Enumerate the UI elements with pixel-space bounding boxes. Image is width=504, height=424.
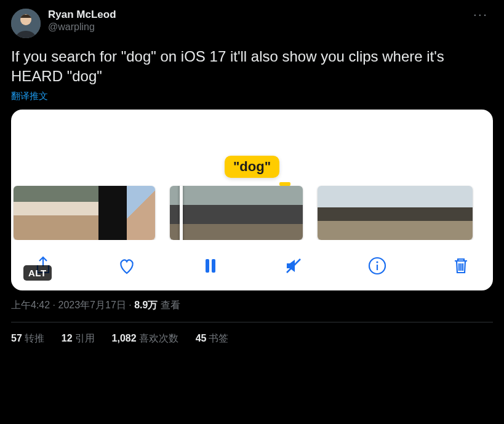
caption-badge-wrap: "dog" [11, 156, 493, 178]
stat-quotes[interactable]: 12引用 [62, 332, 95, 345]
tweet-meta[interactable]: 上午4:42 · 2023年7月17日 · 8.9万 查看 [11, 299, 493, 322]
views-label: 查看 [161, 300, 180, 310]
alt-badge[interactable]: ALT [23, 265, 52, 281]
info-icon[interactable] [366, 255, 388, 277]
tweet-header: Ryan McLeod @warpling ··· [11, 9, 493, 38]
svg-rect-2 [206, 259, 209, 273]
stat-bookmarks[interactable]: 45书签 [196, 332, 229, 345]
translate-link[interactable]: 翻译推文 [11, 90, 48, 102]
clip-thumbnail[interactable] [170, 186, 303, 240]
display-name: Ryan McLeod [48, 9, 461, 21]
clip-thumbnail[interactable] [14, 186, 155, 240]
mute-icon[interactable] [282, 255, 305, 277]
svg-rect-3 [212, 259, 215, 273]
heart-icon[interactable] [116, 255, 138, 277]
caption-badge: "dog" [225, 156, 279, 178]
more-icon[interactable]: ··· [468, 9, 493, 21]
svg-point-6 [377, 261, 378, 263]
user-block[interactable]: Ryan McLeod @warpling [48, 9, 461, 33]
media-toolbar [11, 240, 493, 290]
stat-likes[interactable]: 1,082喜欢次数 [112, 332, 178, 345]
tweet-text: If you search for "dog" on iOS 17 it'll … [11, 47, 493, 87]
pause-icon[interactable] [199, 255, 222, 277]
tweet-time: 上午4:42 [11, 300, 50, 310]
timeline-marker [279, 182, 290, 186]
clip-thumbnail[interactable] [318, 186, 473, 240]
avatar[interactable] [11, 9, 41, 38]
trash-icon[interactable] [450, 255, 472, 277]
stat-retweets[interactable]: 57转推 [11, 332, 44, 345]
user-handle: @warpling [48, 22, 461, 33]
tweet-stats: 57转推 12引用 1,082喜欢次数 45书签 [11, 322, 493, 345]
playhead[interactable] [180, 186, 183, 240]
media-card[interactable]: "dog" [11, 110, 493, 290]
tweet-container: Ryan McLeod @warpling ··· If you search … [0, 0, 504, 345]
views-count: 8.9万 [134, 300, 158, 310]
tweet-date: 2023年7月17日 [58, 300, 126, 310]
